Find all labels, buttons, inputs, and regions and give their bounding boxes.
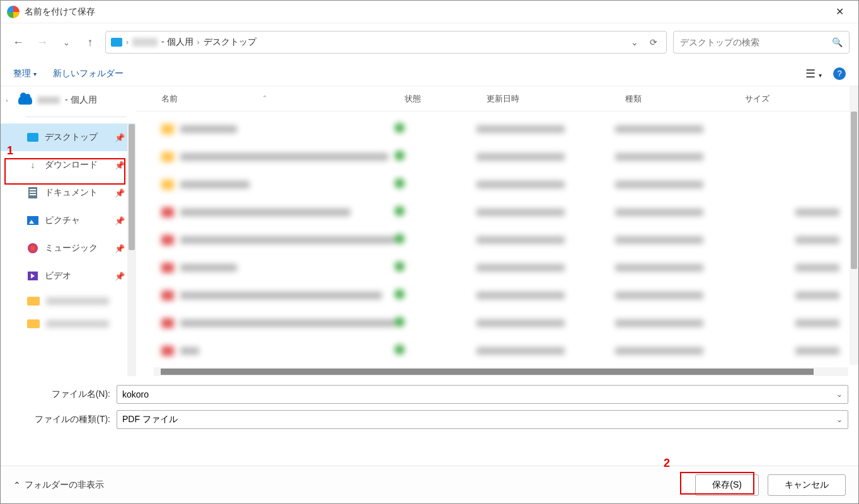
refresh-button[interactable]: ⟳ xyxy=(646,37,661,47)
chevron-right-icon[interactable]: › xyxy=(6,96,13,104)
col-date[interactable]: 更新日時 xyxy=(476,93,615,105)
nav-tree: › - 個人用 デスクトップ 📌 ↓ ダウンロード 📌 ドキュメント 📌 xyxy=(1,86,136,376)
history-dropdown[interactable]: ⌄ xyxy=(57,33,75,51)
horizontal-scrollbar[interactable] xyxy=(154,367,848,376)
file-row[interactable] xyxy=(136,198,858,226)
up-button[interactable]: ↑ xyxy=(81,33,99,51)
search-icon: 🔍 xyxy=(832,37,843,47)
picture-icon xyxy=(27,216,38,225)
nav-row: ← → ⌄ ↑ › - 個人用 › デスクトップ ⌄ ⟳ 🔍 xyxy=(1,23,858,61)
sidebar-item-desktop[interactable]: デスクトップ 📌 xyxy=(1,123,136,151)
sidebar-label-downloads: ダウンロード xyxy=(45,159,98,171)
sidebar-item-pictures[interactable]: ピクチャ 📌 xyxy=(1,207,136,234)
search-box[interactable]: 🔍 xyxy=(673,31,850,54)
folder-icon xyxy=(27,319,40,328)
breadcrumb-dropdown-icon[interactable]: ⌄ xyxy=(627,37,642,47)
file-row[interactable] xyxy=(136,115,858,143)
sidebar-item-videos[interactable]: ビデオ 📌 xyxy=(1,262,136,290)
filename-field[interactable]: ⌄ xyxy=(117,385,848,404)
file-row[interactable] xyxy=(136,171,858,198)
tree-separator xyxy=(26,117,126,117)
breadcrumb-sep: › xyxy=(126,38,129,47)
file-row[interactable] xyxy=(136,309,858,337)
new-folder-button[interactable]: 新しいフォルダー xyxy=(53,68,124,79)
filetype-label: ファイルの種類(T): xyxy=(11,414,110,425)
col-name[interactable]: 名前⌃ xyxy=(136,93,395,105)
app-icon xyxy=(7,6,20,18)
breadcrumb-current[interactable]: デスクトップ xyxy=(204,37,257,48)
breadcrumb-sep: › xyxy=(197,38,200,47)
pin-icon[interactable]: 📌 xyxy=(115,216,125,226)
file-row[interactable] xyxy=(136,226,858,254)
file-list: 名前⌃ 状態 更新日時 種類 サイズ xyxy=(136,86,858,376)
toolbar: 整理 ▾ 新しいフォルダー ☰ ▾ ? xyxy=(1,61,858,86)
file-row[interactable] xyxy=(136,337,858,365)
pin-icon[interactable]: 📌 xyxy=(115,272,125,281)
form-area: ファイル名(N): ⌄ ファイルの種類(T): PDF ファイル ⌄ xyxy=(1,376,858,440)
music-icon xyxy=(28,243,38,253)
download-icon: ↓ xyxy=(27,159,38,171)
sidebar-item-documents[interactable]: ドキュメント 📌 xyxy=(1,179,136,207)
filename-dropdown-icon[interactable]: ⌄ xyxy=(836,390,843,399)
desktop-icon xyxy=(27,133,38,142)
sidebar-item-music[interactable]: ミュージック 📌 xyxy=(1,234,136,262)
pin-icon[interactable]: 📌 xyxy=(115,244,125,253)
breadcrumb-personal[interactable]: - 個人用 xyxy=(161,37,193,48)
file-row[interactable] xyxy=(136,254,858,282)
sidebar-label-desktop: デスクトップ xyxy=(45,132,98,143)
sidebar-item-downloads[interactable]: ↓ ダウンロード 📌 xyxy=(1,151,136,179)
toggle-folders-button[interactable]: ⌃ フォルダーの非表示 xyxy=(13,479,104,491)
sidebar-label-documents: ドキュメント xyxy=(45,187,98,198)
onedrive-icon xyxy=(18,96,32,105)
filename-label: ファイル名(N): xyxy=(11,389,110,400)
filetype-field[interactable]: PDF ファイル ⌄ xyxy=(117,410,848,429)
sidebar-item-blurred[interactable] xyxy=(1,312,136,335)
pin-icon[interactable]: 📌 xyxy=(115,133,125,142)
pin-icon[interactable]: 📌 xyxy=(115,188,125,198)
tree-scrollbar[interactable] xyxy=(127,124,136,376)
video-icon xyxy=(28,272,38,280)
vertical-scrollbar[interactable] xyxy=(850,86,858,365)
sidebar-label-music: ミュージック xyxy=(45,243,98,254)
pin-icon[interactable]: 📌 xyxy=(115,161,125,170)
window-title: 名前を付けて保存 xyxy=(25,6,827,18)
sort-icon: ⌃ xyxy=(262,94,267,101)
tree-user-blurred xyxy=(37,96,60,104)
close-button[interactable]: ✕ xyxy=(827,6,852,18)
cancel-button[interactable]: キャンセル xyxy=(768,474,846,496)
filename-input[interactable] xyxy=(122,389,836,399)
body-split: › - 個人用 デスクトップ 📌 ↓ ダウンロード 📌 ドキュメント 📌 xyxy=(1,86,858,376)
view-button[interactable]: ☰ ▾ xyxy=(805,67,822,81)
column-headers: 名前⌃ 状態 更新日時 種類 サイズ xyxy=(136,86,858,112)
title-bar: 名前を付けて保存 ✕ xyxy=(1,1,858,23)
sidebar-label-pictures: ピクチャ xyxy=(45,215,80,226)
filetype-dropdown-icon[interactable]: ⌄ xyxy=(836,415,843,424)
chevron-up-icon: ⌃ xyxy=(13,480,21,490)
col-size[interactable]: サイズ xyxy=(735,93,858,105)
col-type[interactable]: 種類 xyxy=(615,93,735,105)
tree-personal[interactable]: › - 個人用 xyxy=(1,90,136,110)
folder-icon xyxy=(27,297,40,306)
filetype-value: PDF ファイル xyxy=(122,414,836,425)
forward-button[interactable]: → xyxy=(33,33,51,51)
footer: ⌃ フォルダーの非表示 保存(S) キャンセル xyxy=(1,466,858,503)
file-row[interactable] xyxy=(136,143,858,171)
document-icon xyxy=(28,187,37,198)
breadcrumb-user-blurred xyxy=(132,38,158,47)
search-input[interactable] xyxy=(680,37,832,47)
save-button[interactable]: 保存(S) xyxy=(695,474,759,496)
sidebar-item-blurred[interactable] xyxy=(1,290,136,312)
col-status[interactable]: 状態 xyxy=(395,93,476,105)
help-button[interactable]: ? xyxy=(833,67,846,80)
breadcrumb[interactable]: › - 個人用 › デスクトップ ⌄ ⟳ xyxy=(105,31,667,54)
file-row[interactable] xyxy=(136,282,858,309)
location-icon xyxy=(111,38,122,47)
back-button[interactable]: ← xyxy=(9,33,27,51)
tree-personal-suffix: - 個人用 xyxy=(65,94,97,106)
organize-button[interactable]: 整理 ▾ xyxy=(13,68,37,79)
file-rows-blurred xyxy=(136,112,858,367)
sidebar-label-videos: ビデオ xyxy=(45,270,71,282)
